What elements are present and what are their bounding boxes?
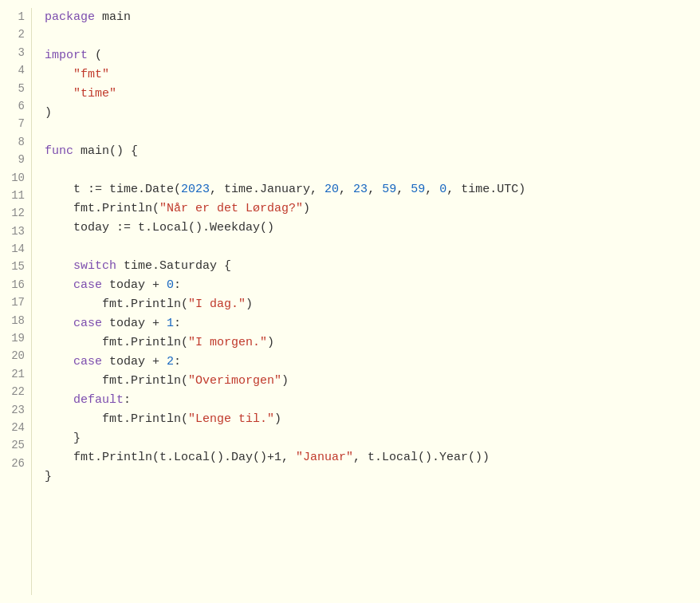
code-line-7 [45,123,684,142]
line-number-9: 9 [10,151,25,168]
token-plain: today := t.Local().Weekday() [45,221,274,235]
token-plain: : [174,317,181,330]
line-number-2: 2 [10,26,25,43]
token-plain: ) [267,336,274,349]
token-plain: time.Saturday { [116,259,231,273]
token-string: "I dag." [188,298,246,311]
token-keyword: default [73,393,124,407]
line-number-5: 5 [10,80,25,97]
code-line-19: case today + 2: [45,353,684,372]
token-plain [45,317,73,330]
code-editor: 1234567891011121314151617181920212223242… [0,0,700,603]
code-line-1: package main [45,8,684,27]
token-plain: : [174,278,181,292]
code-line-26 [45,487,684,506]
token-string: "fmt" [73,68,109,81]
token-number: 2 [167,355,174,368]
line-number-14: 14 [10,240,25,258]
token-plain: ) [274,412,281,426]
token-plain: main() { [73,144,138,158]
code-line-24: fmt.Println(t.Local().Day()+1, "Januar",… [45,448,684,467]
code-line-23: } [45,429,684,448]
token-plain: fmt.Println( [45,202,159,215]
line-number-24: 24 [10,419,25,436]
token-keyword: case [73,317,102,330]
token-plain [45,393,73,407]
code-line-18: fmt.Println("I morgen.") [45,333,684,353]
token-plain: , t.Local().Year()) [353,451,490,464]
code-line-5: "time" [45,85,684,104]
line-number-7: 7 [10,115,25,132]
token-plain: ) [303,202,310,215]
token-plain: : [174,355,181,368]
token-plain: , [368,183,382,196]
token-plain: ) [246,298,253,311]
code-line-25: } [45,467,684,487]
token-plain: main [95,10,131,24]
token-string: "I morgen." [188,336,267,349]
token-keyword: case [73,278,102,292]
line-number-17: 17 [10,294,25,311]
token-plain [45,278,73,292]
token-number: 2023 [181,183,210,196]
token-keyword: package [45,10,95,24]
code-line-11: fmt.Println("Når er det Lørdag?") [45,199,684,219]
line-number-19: 19 [10,329,25,347]
line-number-gutter: 1234567891011121314151617181920212223242… [0,8,32,595]
token-plain: , [339,183,353,196]
code-line-13 [45,238,684,257]
token-plain: ) [45,106,52,120]
token-string: "Overimorgen" [188,374,281,388]
token-plain: fmt.Println(t.Local().Day()+1, [45,451,296,464]
token-plain: fmt.Println( [45,298,188,311]
line-number-23: 23 [10,401,25,419]
code-line-9 [45,161,684,180]
token-number: 20 [324,183,339,196]
token-plain: , [425,183,439,196]
token-number: 59 [382,183,396,196]
token-plain: t := time.Date( [45,183,181,196]
token-plain: fmt.Println( [45,336,188,349]
token-plain: today + [102,355,167,368]
line-number-20: 20 [10,347,25,365]
code-line-10: t := time.Date(2023, time.January, 20, 2… [45,180,684,199]
line-number-10: 10 [10,169,25,187]
token-string: "time" [73,87,116,100]
line-number-26: 26 [10,455,25,472]
line-number-12: 12 [10,204,25,222]
token-plain [45,259,73,273]
code-content-area: package main import ( "fmt" "time") func… [45,8,700,595]
line-number-21: 21 [10,365,25,383]
token-plain: ( [88,49,102,62]
token-plain [45,68,73,81]
line-number-4: 4 [10,61,25,79]
token-keyword: switch [73,259,116,273]
code-line-2 [45,27,684,46]
code-line-22: fmt.Println("Lenge til.") [45,410,684,429]
line-number-18: 18 [10,312,25,329]
line-number-3: 3 [10,44,25,61]
line-number-13: 13 [10,223,25,240]
token-string: "Lenge til." [188,412,274,426]
token-plain: today + [102,317,167,330]
line-number-16: 16 [10,276,25,294]
token-keyword: func [45,144,73,158]
code-line-6: ) [45,104,684,123]
token-string: "Når er det Lørdag?" [159,202,303,215]
code-line-20: fmt.Println("Overimorgen") [45,372,684,391]
line-number-8: 8 [10,133,25,151]
token-keyword: case [73,355,102,368]
token-plain: fmt.Println( [45,374,188,388]
line-number-1: 1 [10,8,25,26]
line-number-6: 6 [10,97,25,115]
token-number: 59 [411,183,425,196]
line-number-11: 11 [10,187,25,204]
token-string: "Januar" [296,451,353,464]
token-plain [45,87,73,100]
code-line-4: "fmt" [45,65,684,85]
token-plain [45,355,73,368]
token-plain: , time.UTC) [446,183,525,196]
token-number: 0 [439,183,446,196]
code-line-15: case today + 0: [45,276,684,295]
code-line-8: func main() { [45,142,684,161]
